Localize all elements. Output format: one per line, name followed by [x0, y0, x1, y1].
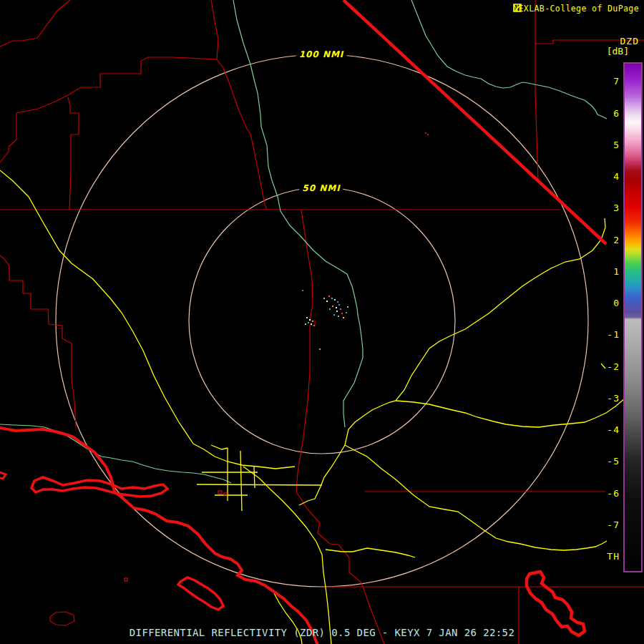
- lake-salton-outline: [527, 572, 585, 635]
- colorbar-gradient: [623, 62, 643, 572]
- range-ring-label-100nmi: 100 NMI: [296, 49, 347, 59]
- colorbar-tick-label: -3: [588, 392, 620, 403]
- island-dot-1: [218, 491, 222, 494]
- colorbar-tick-label: -7: [588, 519, 620, 530]
- colorbar-tick-label: 2: [588, 234, 620, 245]
- colorbar-tick-label: -4: [588, 424, 620, 435]
- colorbar-tick-label: -6: [588, 487, 620, 498]
- colorbar-tick-label: 4: [588, 171, 620, 182]
- colorbar-tick-label: 3: [588, 203, 620, 213]
- colorbar-tick-label: 7: [588, 76, 620, 87]
- island-catalina: [178, 577, 223, 610]
- colorbar-tick-label: -1: [588, 329, 620, 340]
- coastline: [0, 428, 318, 644]
- range-ring-50nmi: [189, 187, 455, 454]
- product-units-label: [dB]: [607, 46, 629, 57]
- island-outline-thin: [50, 612, 74, 625]
- range-ring-100nmi: [56, 54, 588, 587]
- colorbar-tick-label: -5: [588, 456, 620, 467]
- river-lines: [0, 0, 607, 483]
- county-boundary-lines: [0, 0, 644, 644]
- brand-text: NEXLAB-College of DuPage: [513, 4, 639, 14]
- colorbar-tick-label: 1: [588, 265, 620, 276]
- product-code-label: DZD: [620, 36, 639, 47]
- header-brand: NEXLAB-College of DuPage: [513, 4, 642, 14]
- colorbar-tick-label: -2: [588, 361, 620, 371]
- coastline-state-lines: [0, 0, 606, 644]
- radar-display: 100 NMI 50 NMI NEXLAB-College of DuPage …: [0, 0, 644, 644]
- radar-echoes: [302, 132, 429, 350]
- colorbar-tick-label: TH: [588, 551, 620, 562]
- colorbar-tick-label: 0: [588, 298, 620, 308]
- range-rings: [56, 54, 588, 587]
- colorbar-tick-label: 6: [588, 107, 620, 118]
- island-channel-chain: [31, 477, 167, 497]
- island-edge-fragment: [0, 472, 6, 479]
- product-title: DIFFERENTIAL REFLECTIVITY (ZDR) 0.5 DEG …: [130, 627, 515, 638]
- colorbar-tick-label: 5: [588, 139, 620, 150]
- radar-map: [0, 0, 644, 644]
- island-dot-2: [224, 493, 227, 495]
- highway-lines: [0, 170, 643, 644]
- range-ring-label-50nmi: 50 NMI: [299, 183, 343, 193]
- island-dot-3: [125, 578, 127, 581]
